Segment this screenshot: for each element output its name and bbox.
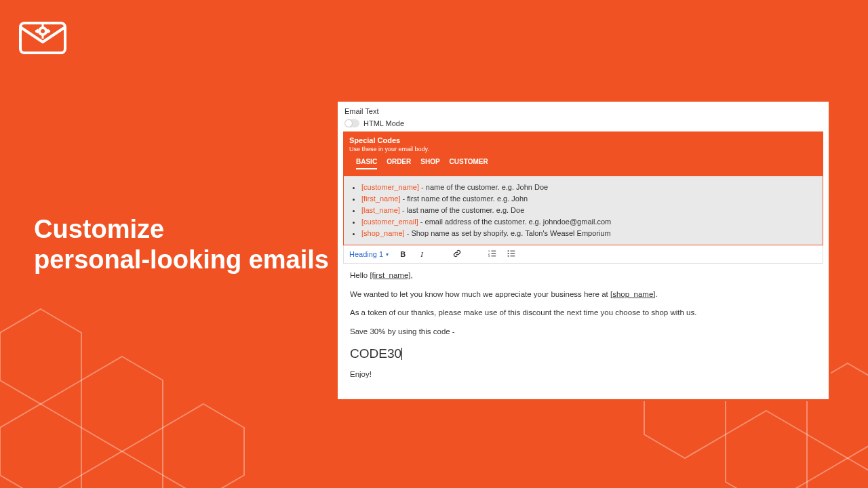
tab-order[interactable]: ORDER	[387, 158, 411, 169]
code-token: [last_name]	[361, 206, 400, 214]
svg-point-30	[508, 253, 509, 254]
panel-title: Email Text	[344, 107, 823, 115]
editor-line: As a token of our thanks, please make us…	[350, 308, 816, 319]
special-codes-title: Special Codes	[349, 136, 817, 144]
link-icon	[453, 249, 461, 258]
svg-marker-12	[81, 357, 163, 451]
code-desc: - first name of the customer. e.g. John	[400, 195, 528, 203]
editor-line: Hello [first_name],	[350, 270, 816, 281]
code-desc: - name of the customer. e.g. John Doe	[419, 183, 548, 191]
svg-rect-3	[42, 35, 44, 39]
heading-select-label: Heading 1	[349, 250, 383, 258]
svg-marker-19	[807, 458, 868, 488]
heading-select[interactable]: Heading 1 ▾	[349, 250, 389, 258]
ordered-list-button[interactable]: 123	[488, 249, 497, 259]
marketing-headline: Customize personal-looking emails	[34, 214, 329, 275]
ordered-list-icon: 123	[488, 249, 496, 258]
svg-marker-15	[81, 451, 163, 488]
bold-button[interactable]: B	[398, 250, 408, 258]
editor-line: Save 30% by using this code -	[350, 327, 816, 338]
list-item: [last_name] - last name of the customer.…	[361, 205, 814, 216]
codes-list: [customer_name] - name of the customer. …	[344, 176, 823, 245]
svg-rect-2	[42, 24, 44, 27]
svg-marker-17	[726, 411, 807, 488]
headline-line-1: Customize	[34, 214, 329, 245]
code-token: [first_name]	[361, 195, 400, 203]
tab-shop[interactable]: SHOP	[420, 158, 439, 169]
text-cursor	[401, 348, 402, 360]
merge-token: [shop_name]	[610, 290, 656, 298]
svg-marker-11	[0, 309, 81, 404]
list-item: [shop_name] - Shop name as set by shopif…	[361, 228, 814, 239]
app-logo	[19, 19, 66, 60]
hex-decoration-left	[0, 296, 292, 488]
html-mode-toggle[interactable]	[344, 119, 359, 127]
headline-line-2: personal-looking emails	[34, 245, 329, 275]
email-body-editor[interactable]: Hello [first_name], We wanted to let you…	[343, 264, 823, 380]
svg-text:3: 3	[488, 255, 490, 258]
code-desc: - email address of the customer. e.g. jo…	[418, 218, 611, 226]
merge-token: [first_name]	[370, 271, 410, 279]
tab-basic[interactable]: BASIC	[356, 158, 377, 169]
special-codes-subtitle: Use these in your email body.	[349, 146, 817, 152]
code-desc: - last name of the customer. e.g. Doe	[400, 206, 524, 214]
svg-marker-14	[163, 404, 244, 488]
code-token: [customer_email]	[361, 218, 418, 226]
editor-line: We wanted to let you know how much we ap…	[350, 289, 816, 300]
svg-marker-13	[0, 404, 81, 488]
email-editor-panel: Email Text HTML Mode Special Codes Use t…	[336, 100, 831, 401]
svg-point-29	[508, 251, 509, 252]
chevron-down-icon: ▾	[386, 251, 389, 258]
codes-tabs: BASIC ORDER SHOP CUSTOMER	[349, 152, 817, 174]
list-item: [first_name] - first name of the custome…	[361, 193, 814, 205]
special-codes-box: Special Codes Use these in your email bo…	[343, 131, 823, 245]
unordered-list-button[interactable]	[507, 249, 516, 259]
code-token: [shop_name]	[361, 229, 405, 237]
list-item: [customer_email] - email address of the …	[361, 216, 814, 228]
editor-code-line: CODE30	[350, 345, 816, 363]
html-mode-label: HTML Mode	[363, 119, 404, 127]
editor-line: Enjoy!	[350, 369, 816, 380]
unordered-list-icon	[507, 249, 515, 258]
editor-toolbar: Heading 1 ▾ B I 123	[343, 245, 823, 264]
tab-customer[interactable]: CUSTOMER	[450, 158, 488, 169]
italic-button[interactable]: I	[417, 250, 427, 258]
envelope-gear-icon	[19, 19, 66, 57]
svg-point-31	[508, 256, 509, 257]
svg-point-10	[41, 29, 45, 33]
list-item: [customer_name] - name of the customer. …	[361, 182, 814, 193]
code-desc: - Shop name as set by shopify. e.g. Talo…	[405, 229, 611, 237]
code-token: [customer_name]	[361, 183, 419, 191]
link-button[interactable]	[452, 249, 462, 259]
